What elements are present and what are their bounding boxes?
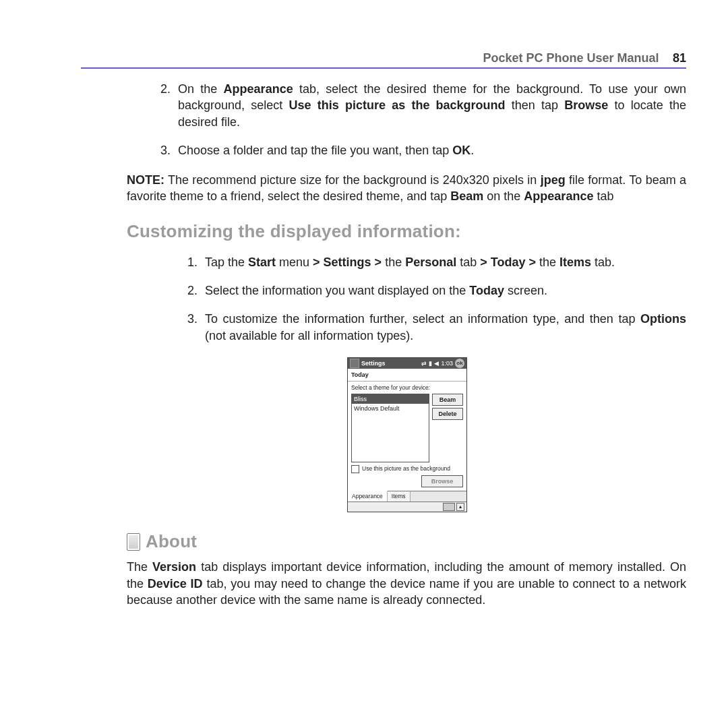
ok-button[interactable]: ok xyxy=(455,359,464,368)
use-picture-label: Use this picture as the background xyxy=(362,465,450,473)
pocketpc-screenshot: Settings ⇄ ▮ ◀ 1:03 ok Today Select a th… xyxy=(347,357,467,512)
list-number: 2. xyxy=(187,282,205,299)
note-paragraph: NOTE: The recommend picture size for the… xyxy=(127,172,686,205)
theme-listbox[interactable]: Bliss Windows Default xyxy=(351,394,429,462)
beam-button[interactable]: Beam xyxy=(432,394,463,406)
list-number: 2. xyxy=(160,81,178,130)
step-3-text: Choose a folder and tap the file you wan… xyxy=(178,142,474,158)
ppc-label: Select a theme for your device: xyxy=(348,382,466,393)
header-title: Pocket PC Phone User Manual xyxy=(483,51,659,65)
section-heading-about: About xyxy=(146,530,197,553)
list-item[interactable]: Bliss xyxy=(352,394,429,404)
speaker-icon: ◀ xyxy=(434,359,439,367)
custom-step-1: Tap the Start menu > Settings > the Pers… xyxy=(205,254,615,270)
signal-icon: ▮ xyxy=(429,359,432,367)
tab-appearance[interactable]: Appearance xyxy=(348,491,388,502)
keyboard-icon[interactable] xyxy=(443,503,455,511)
start-flag-icon xyxy=(350,359,359,368)
custom-step-2: Select the information you want displaye… xyxy=(205,282,547,299)
list-number: 3. xyxy=(160,142,178,158)
tab-items[interactable]: Items xyxy=(388,491,411,502)
list-item[interactable]: Windows Default xyxy=(352,404,429,413)
list-number: 3. xyxy=(187,311,205,344)
ppc-title: Settings xyxy=(361,359,419,367)
page-number: 81 xyxy=(673,51,686,65)
step-2-text: On the Appearance tab, select the desire… xyxy=(178,81,686,130)
browse-button[interactable]: Browse xyxy=(421,475,463,487)
custom-step-3: To customize the information further, se… xyxy=(205,311,686,344)
about-paragraph: The Version tab displays important devic… xyxy=(127,559,686,608)
header-rule xyxy=(81,67,686,69)
delete-button[interactable]: Delete xyxy=(432,408,463,420)
list-number: 1. xyxy=(187,254,205,270)
input-panel-arrow-icon[interactable]: ▴ xyxy=(456,503,464,511)
section-heading-customizing: Customizing the displayed information: xyxy=(127,220,686,243)
use-picture-checkbox[interactable] xyxy=(351,465,359,473)
clock-text: 1:03 xyxy=(441,359,453,367)
ppc-subtitle: Today xyxy=(348,369,466,382)
connectivity-icon: ⇄ xyxy=(421,359,427,367)
about-icon xyxy=(127,533,140,551)
